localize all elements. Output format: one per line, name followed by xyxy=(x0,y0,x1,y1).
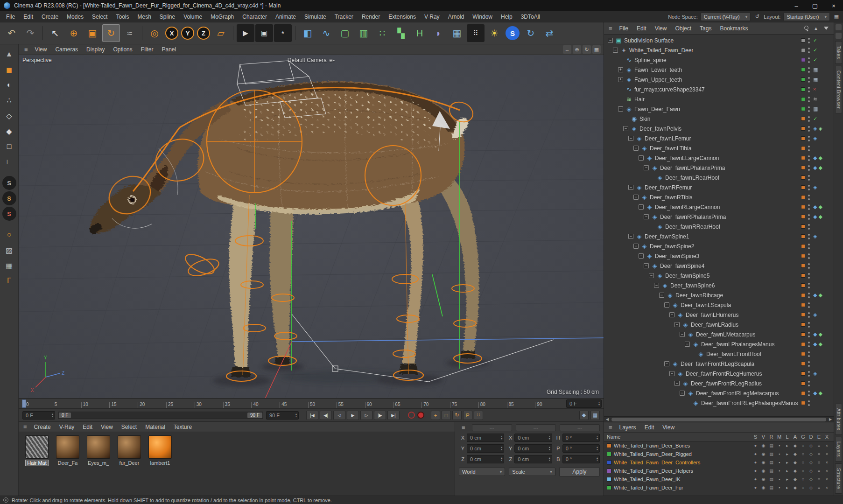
visible-icon[interactable]: ◉ xyxy=(759,477,767,482)
spinner-icon[interactable]: ▴▾ xyxy=(549,435,550,440)
animation-icon[interactable]: ◆ xyxy=(791,469,799,473)
spinner-icon[interactable]: ▴▾ xyxy=(549,446,550,451)
visibility-dots-icon[interactable] xyxy=(808,214,810,220)
deformers-icon[interactable]: ◇ xyxy=(807,452,815,456)
expand-toggle[interactable]: − xyxy=(644,165,649,170)
layer-color-swatch[interactable] xyxy=(607,485,611,490)
layer-color-chip[interactable] xyxy=(801,293,805,297)
manager-icon[interactable]: ▪ xyxy=(775,469,783,473)
visibility-dots-icon[interactable] xyxy=(808,371,810,377)
object-name[interactable]: Deer_fawnRPhalanxPrima xyxy=(660,214,726,220)
tree-item-deer-fawnspine6[interactable]: −◈Deer_fawnSpine6 xyxy=(604,280,834,290)
x-axis-lock-button[interactable]: X xyxy=(165,27,178,40)
tree-item-deer-fawnpelvis[interactable]: −◈Deer_fawnPelvis◈◈ xyxy=(604,124,834,133)
pan-view-icon[interactable]: ↔ xyxy=(563,45,571,54)
layer-color-chip[interactable] xyxy=(801,68,805,72)
refresh-icon[interactable]: ↺ xyxy=(753,13,761,21)
visibility-dots-icon[interactable] xyxy=(808,322,810,328)
expand-toggle[interactable]: − xyxy=(639,253,644,259)
vray-frame-buffer-button[interactable]: ⇄ xyxy=(541,24,558,42)
menu-create[interactable]: Create xyxy=(37,14,63,20)
visible-icon[interactable]: ◉ xyxy=(759,443,767,448)
tree-item-deer-fawnlscapula[interactable]: −◈Deer_fawnLScapula xyxy=(604,300,834,310)
menu-texture[interactable]: Texture xyxy=(169,424,196,430)
object-name[interactable]: Deer_fawnSpine1 xyxy=(645,233,689,240)
menu-cameras[interactable]: Cameras xyxy=(51,46,82,53)
coord-field-y-v2[interactable]: 0 cm▴▾ xyxy=(514,444,552,453)
visibility-dots-icon[interactable] xyxy=(808,243,810,250)
tree-item-deer-fawnspine3[interactable]: −◈Deer_fawnSpine3 xyxy=(604,251,834,261)
range-start-handle[interactable]: 0 F xyxy=(59,413,71,418)
keyframe-selection-icon[interactable]: ◆ xyxy=(579,411,589,420)
animation-icon[interactable]: ◆ xyxy=(791,452,799,456)
menu-material[interactable]: Material xyxy=(141,424,169,430)
solo-icon[interactable]: ● xyxy=(752,485,759,490)
light-button[interactable]: ☀ xyxy=(485,24,503,42)
close-button[interactable]: × xyxy=(824,0,843,11)
object-name[interactable]: Deer_fawnFrontRLegScapula xyxy=(681,361,754,367)
tree-item-fur-maya-curveshape23347[interactable]: −∿fur_maya:curveShape23347× xyxy=(604,84,834,94)
redo-button[interactable]: ↷ xyxy=(21,24,39,42)
visibility-dots-icon[interactable] xyxy=(808,116,810,122)
view-label[interactable]: Perspective xyxy=(22,57,52,63)
material-hair-mat[interactable]: Hair Mat xyxy=(23,435,50,466)
expand-toggle[interactable]: − xyxy=(649,273,654,278)
menu-3dtoall[interactable]: 3DToAll xyxy=(517,14,544,20)
material-deer-fa[interactable]: Deer_Fa xyxy=(54,435,81,466)
enable-axis-button[interactable]: ○ xyxy=(2,228,16,242)
generators-icon[interactable]: ○ xyxy=(799,443,807,448)
xref-icon[interactable]: × xyxy=(823,485,831,490)
key-parameter-toggle[interactable]: P xyxy=(463,411,472,420)
layer-color-chip[interactable] xyxy=(801,371,805,376)
tree-item-deer-fawnrtibia[interactable]: −◈Deer_fawnRTibia xyxy=(604,192,834,202)
visibility-dots-icon[interactable] xyxy=(808,224,810,230)
array-button[interactable]: ▦ xyxy=(448,24,466,42)
undo-button[interactable]: ↶ xyxy=(3,24,21,42)
layer-color-chip[interactable] xyxy=(801,205,805,209)
layer-name[interactable]: White_Tailed_Fawn_Deer_Rigged xyxy=(614,451,752,457)
menu-create[interactable]: Create xyxy=(30,424,55,430)
ika-tag-icon[interactable]: ◆ xyxy=(813,391,817,396)
spinner-icon[interactable]: ▴▾ xyxy=(295,413,297,418)
tree-item-deer-fawnlphalangesmanus[interactable]: −◈Deer_fawnLPhalangesManus◆◆ xyxy=(604,339,834,349)
expressions-icon[interactable]: ≡ xyxy=(815,477,823,482)
joint-tag-icon[interactable]: ◈ xyxy=(813,312,817,317)
layer-color-chip[interactable] xyxy=(801,48,805,52)
workplane-button[interactable]: ▱ xyxy=(212,24,230,42)
edges-mode-button[interactable]: ◇ xyxy=(2,109,16,123)
menu-panel[interactable]: Panel xyxy=(157,46,180,53)
lock-icon[interactable]: ▸ xyxy=(783,469,791,473)
render-icon[interactable]: ▤ xyxy=(767,469,775,473)
fracture-button[interactable]: ▚ xyxy=(392,24,410,42)
joint2-tag-icon[interactable]: ◈ xyxy=(818,126,822,131)
visibility-dots-icon[interactable] xyxy=(808,273,810,279)
search-icon[interactable] xyxy=(802,25,809,32)
menu-render[interactable]: Render xyxy=(358,14,384,20)
tree-item-deer-fawnfrontrlegphalangesmanus[interactable]: −◈Deer_fawnFrontRLegPhalangesManus xyxy=(604,398,834,408)
object-name[interactable]: Spline_spine xyxy=(634,57,667,63)
material-thumbnail[interactable] xyxy=(148,435,172,459)
side-tab-attributes[interactable]: Attributes xyxy=(835,404,842,435)
tree-item-deer-fawnrrearhoof[interactable]: −◈Deer_fawnRRearHoof xyxy=(604,222,834,231)
menu-select[interactable]: Select xyxy=(117,424,141,430)
visibility-dots-icon[interactable] xyxy=(808,194,810,201)
object-name[interactable]: fur_maya:curveShape23347 xyxy=(634,86,705,93)
layer-color-chip[interactable] xyxy=(801,283,805,287)
render-picture-viewer-button[interactable]: ▣ xyxy=(255,24,273,42)
key-rotation-toggle[interactable]: ↻ xyxy=(452,411,462,420)
menu-arnold[interactable]: Arnold xyxy=(444,14,469,20)
render-icon[interactable]: ▤ xyxy=(767,452,775,456)
viewport-3d[interactable]: Y Z X Perspective Default Camera◉▸ Grid … xyxy=(19,55,604,399)
scrollbar-thumb[interactable] xyxy=(611,418,826,421)
layer-row-white-tailed-fawn-deer-bones[interactable]: White_Tailed_Fawn_Deer_Bones●◉▤▪▸◆○◇≡× xyxy=(604,441,834,450)
expand-toggle[interactable]: − xyxy=(664,302,669,308)
ika-tag-icon[interactable]: ◆ xyxy=(813,332,817,337)
coord-field-x-v1[interactable]: 0 cm▴▾ xyxy=(467,434,504,442)
timeline-slider[interactable]: 0 F 90 F xyxy=(58,412,263,419)
layer-color-chip[interactable] xyxy=(801,254,805,258)
model-mode-button[interactable]: ◼ xyxy=(2,63,16,77)
visibility-dots-icon[interactable] xyxy=(808,106,810,112)
expand-toggle[interactable]: − xyxy=(613,48,618,53)
layer-color-chip[interactable] xyxy=(801,195,805,199)
object-name[interactable]: Deer_fawnLRearHoof xyxy=(665,175,719,181)
